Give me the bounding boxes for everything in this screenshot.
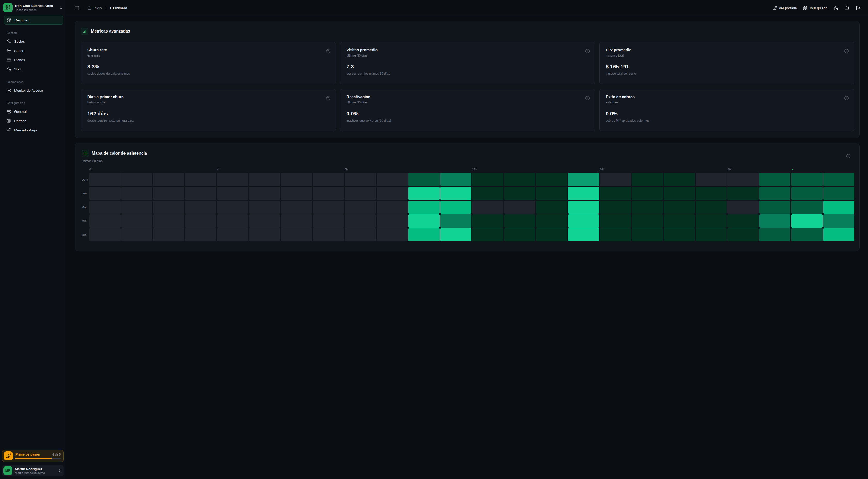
sidebar-item-socios[interactable]: Socios <box>4 37 63 46</box>
hour-tick-label: 4h <box>217 168 220 171</box>
help-icon[interactable] <box>326 96 331 100</box>
sidebar-item-staff[interactable]: Staff <box>4 65 63 74</box>
sidebar-item-general[interactable]: General <box>4 107 63 116</box>
heatmap-cell <box>281 214 312 228</box>
heatmap-cell <box>408 173 434 186</box>
metric-value: 162 días <box>87 111 331 117</box>
heatmap-cell <box>408 214 434 228</box>
settings-icon <box>7 109 11 114</box>
heatmap-row-jue: Jue <box>82 228 434 240</box>
heatmap-row-mié: Mié <box>82 214 434 228</box>
heatmap-cell <box>345 187 376 200</box>
heatmap-cell <box>408 187 434 200</box>
heatmap-cell <box>153 187 184 200</box>
heatmap-cell <box>121 187 153 200</box>
heatmap-cell <box>217 201 248 214</box>
home-icon <box>87 6 91 10</box>
metric-card: Visitas promedio últimos 30 días 7.3 por… <box>340 42 434 84</box>
heatmap-cell <box>249 214 280 228</box>
metric-card: Días a primer churn histórico total 162 … <box>81 89 336 131</box>
sidebar-item-label: Planes <box>14 58 25 62</box>
metric-caption: desde registro hasta primera baja <box>87 119 331 122</box>
sidebar-toggle-button[interactable] <box>74 6 79 10</box>
chevrons-up-down-icon <box>59 6 63 9</box>
heatmap-cell <box>281 187 312 200</box>
metric-card: Churn rate este mes 8.3% socios dados de… <box>81 42 336 84</box>
heatmap-cell <box>185 201 216 214</box>
metric-value: 7.3 <box>346 64 434 70</box>
sidebar: Iron Club Buenos Aires Todas las sedes R… <box>0 0 66 240</box>
heatmap-cell <box>281 173 312 186</box>
metric-caption: socios dados de baja este mes <box>87 72 331 75</box>
heatmap-cell <box>121 173 153 186</box>
heatmap-cell <box>153 173 184 186</box>
org-logo-icon <box>3 3 13 12</box>
breadcrumb-current: Dashboard <box>110 6 127 10</box>
sidebar-item-label: Staff <box>14 67 22 71</box>
metric-period: últimos 90 días <box>346 101 434 104</box>
org-switcher[interactable]: Iron Club Buenos Aires Todas las sedes <box>0 0 66 12</box>
heatmap-cell <box>313 187 344 200</box>
topbar: Inicio Dashboard Ver portada Tour guiado <box>66 0 434 16</box>
hour-tick-label: 0h <box>89 168 92 171</box>
metric-card: Reactivación últimos 90 días 0.0% inacti… <box>340 89 434 131</box>
heatmap-cell <box>153 214 184 228</box>
attendance-heatmap-section: Mapa de calor de asistencia últimos 30 d… <box>75 143 434 240</box>
heatmap-cell <box>217 187 248 200</box>
heatmap-cell <box>217 228 248 240</box>
heatmap-cell <box>249 201 280 214</box>
sidebar-item-label: Portada <box>14 119 26 123</box>
sidebar-item-resumen[interactable]: Resumen <box>4 16 63 25</box>
heatmap-cell <box>121 228 153 240</box>
heatmap-cell <box>153 201 184 214</box>
sidebar-item-portada[interactable]: Portada <box>4 116 63 125</box>
breadcrumb-home[interactable]: Inicio <box>87 6 102 10</box>
sidebar-item-mercado-pago[interactable]: Mercado Pago <box>4 126 63 134</box>
metric-value: 0.0% <box>346 111 434 117</box>
heatmap-cell <box>313 214 344 228</box>
org-name: Iron Club Buenos Aires <box>15 4 57 8</box>
heatmap-cell <box>153 228 184 240</box>
org-subtitle: Todas las sedes <box>15 8 57 11</box>
heatmap-cell <box>377 214 408 228</box>
sidebar-item-planes[interactable]: Planes <box>4 56 63 64</box>
day-label: Jue <box>82 228 89 240</box>
sidebar-item-label: Sedes <box>14 49 24 53</box>
metric-title: Días a primer churn <box>87 95 331 99</box>
heatmap-cell <box>377 228 408 240</box>
heatmap-cell <box>249 228 280 240</box>
metric-value: 8.3% <box>87 64 331 70</box>
heatmap-cell <box>249 187 280 200</box>
main-content: Métricas avanzadas Churn rate este mes 8… <box>66 16 434 240</box>
heatmap-cell <box>121 214 153 228</box>
heatmap-cell <box>89 201 121 214</box>
sidebar-item-monitor-de-acceso[interactable]: Monitor de Acceso <box>4 86 63 95</box>
heatmap-cell <box>408 201 434 214</box>
sidebar-item-sedes[interactable]: Sedes <box>4 46 63 55</box>
topbar-divider <box>83 6 84 10</box>
metric-period: este mes <box>87 54 331 57</box>
nav-section-label: Gestión <box>7 31 63 34</box>
heatmap-row-dom: Dom <box>82 173 434 186</box>
sidebar-nav: ResumenGestiónSociosSedesPlanesStaffOper… <box>0 12 66 240</box>
sidebar-item-label: Monitor de Acceso <box>14 89 43 92</box>
heatmap-cell <box>377 187 408 200</box>
metric-period: últimos 30 días <box>346 54 434 57</box>
map-pin-icon <box>7 48 11 53</box>
heatmap-title: Mapa de calor de asistencia <box>92 151 147 156</box>
heatmap-subtitle: últimos 30 días <box>82 159 434 163</box>
metric-period: histórico total <box>87 101 331 104</box>
heatmap-cell <box>185 214 216 228</box>
heatmap-cell <box>313 201 344 214</box>
chevron-right-icon <box>104 6 108 10</box>
heatmap-cell <box>185 187 216 200</box>
breadcrumb-home-label: Inicio <box>94 6 102 10</box>
day-label: Lun <box>82 187 89 200</box>
globe-icon <box>7 119 11 123</box>
heatmap-grid: DomLunMarMiéJue <box>82 173 434 240</box>
metric-caption: por socio en los últimos 30 días <box>346 72 434 75</box>
heatmap-cell <box>121 201 153 214</box>
help-icon[interactable] <box>326 49 331 54</box>
layout-dashboard-icon <box>7 18 11 23</box>
heatmap-cell <box>217 173 248 186</box>
